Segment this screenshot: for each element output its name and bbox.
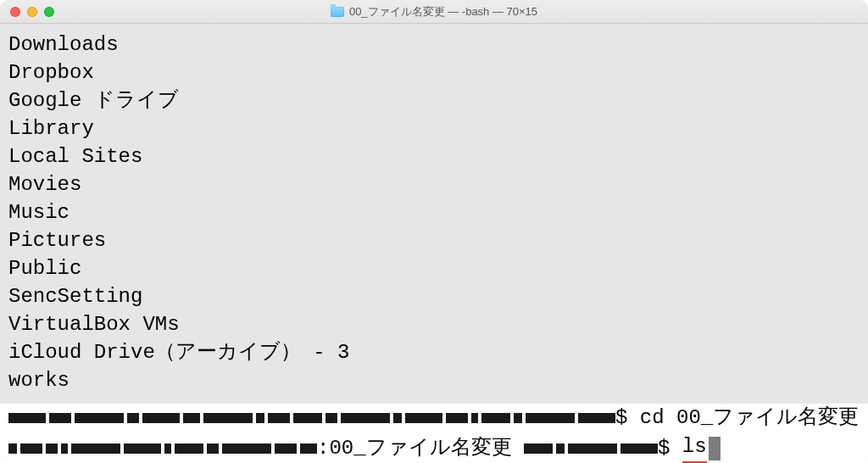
path-separator: : bbox=[317, 434, 329, 463]
close-icon[interactable] bbox=[10, 7, 20, 17]
maximize-icon[interactable] bbox=[44, 7, 54, 17]
list-item: iCloud Drive（アーカイブ） - 3 bbox=[8, 338, 860, 366]
window-controls bbox=[0, 7, 54, 17]
prompt-sigil: $ bbox=[658, 434, 682, 463]
list-item: Local Sites bbox=[8, 142, 860, 170]
redacted-host bbox=[8, 413, 615, 423]
list-item: SencSetting bbox=[8, 282, 860, 310]
folder-icon bbox=[331, 7, 344, 17]
list-item: Public bbox=[8, 254, 860, 282]
list-item: works bbox=[8, 366, 860, 394]
command-text[interactable]: ls bbox=[682, 432, 707, 463]
command-text: cd 00_ファイル名変更 bbox=[640, 404, 859, 432]
list-item: Music bbox=[8, 198, 860, 226]
list-item: Pictures bbox=[8, 226, 860, 254]
cwd-text: 00_ファイル名変更 bbox=[329, 434, 511, 463]
terminal-output[interactable]: Downloads Dropbox Google ドライブ Library Lo… bbox=[0, 24, 868, 404]
list-item: Movies bbox=[8, 170, 860, 198]
titlebar[interactable]: 00_ファイル名変更 — -bash — 70×15 bbox=[0, 0, 868, 24]
cursor bbox=[709, 437, 721, 460]
list-item: VirtualBox VMs bbox=[8, 310, 860, 338]
list-item: Downloads bbox=[8, 31, 860, 59]
window-title-text: 00_ファイル名変更 — -bash — 70×15 bbox=[349, 4, 537, 20]
list-item: Library bbox=[8, 114, 860, 142]
redacted-user bbox=[524, 443, 658, 454]
list-item: Google ドライブ bbox=[8, 86, 860, 114]
window-title: 00_ファイル名変更 — -bash — 70×15 bbox=[0, 4, 868, 20]
prompt-line-1: $ cd 00_ファイル名変更 bbox=[0, 404, 868, 432]
prompt-line-2[interactable]: : 00_ファイル名変更 $ ls bbox=[0, 432, 868, 463]
list-item: Dropbox bbox=[8, 59, 860, 86]
prompt-area[interactable]: $ cd 00_ファイル名変更 : 00_ファイル名変更 $ ls bbox=[0, 404, 868, 463]
prompt-sigil: $ bbox=[615, 404, 640, 432]
redacted-host bbox=[8, 443, 317, 454]
terminal-window: 00_ファイル名変更 — -bash — 70×15 Downloads Dro… bbox=[0, 0, 868, 463]
minimize-icon[interactable] bbox=[27, 7, 37, 17]
